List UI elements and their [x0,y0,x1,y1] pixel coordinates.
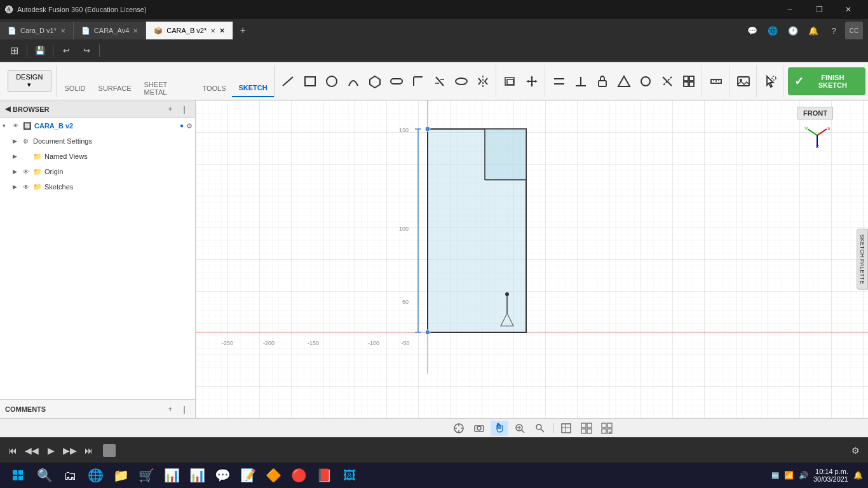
word-button[interactable]: 📝 [236,464,259,487]
expand-icon[interactable]: ▶ [13,138,23,144]
tab-solid[interactable]: SOLID [58,79,92,97]
photos-button[interactable]: 🖼 [338,464,361,487]
tree-item-origin[interactable]: ▶ 👁 📁 Origin [0,164,195,179]
task-view-button[interactable]: 🗂 [58,464,81,487]
tab-close-icon[interactable]: ✕ [60,27,65,34]
tab-surface[interactable]: SURFACE [92,79,138,97]
tree-item-sketches[interactable]: ▶ 👁 📁 Sketches [0,179,195,194]
triangle-constraint[interactable] [614,70,634,93]
pan-mode-button[interactable] [450,421,468,436]
offset-tool[interactable] [500,70,520,93]
visibility-icon[interactable]: 👁 [13,123,23,129]
minimize-button[interactable]: – [775,0,804,19]
visibility-icon[interactable]: 👁 [23,184,33,191]
arc-tool[interactable] [343,70,363,93]
cc-icon[interactable]: CC [845,22,863,39]
community-icon[interactable]: 🌐 [764,22,782,39]
timeline-play-button[interactable]: ▶ [43,443,58,458]
grid-icon[interactable]: ⊞ [5,42,23,60]
notification-icon[interactable]: 💬 [743,22,761,39]
grid-settings-button[interactable]: ▾ [598,421,616,436]
rectangular-constraint[interactable] [679,70,699,93]
circle-tool[interactable] [322,70,342,93]
app1-button[interactable]: 🔴 [287,464,310,487]
design-menu-button[interactable]: DESIGN ▾ [8,70,51,92]
tab-sheet-metal[interactable]: SHEET METAL [138,79,196,97]
trim-tool[interactable] [430,70,450,93]
timeline-next-button[interactable]: ▶▶ [62,443,78,458]
mirror-tool[interactable] [473,70,493,93]
new-tab-button[interactable]: + [233,22,252,39]
tab-cara-bv2[interactable]: 📦 CARA_B v2* ✕ ✕ [146,22,233,39]
expand-icon[interactable]: ▾ [3,123,13,129]
tab-close-outer-icon[interactable]: ✕ [219,27,225,35]
save-icon[interactable]: 💾 [31,42,49,60]
start-button[interactable] [5,464,31,487]
canvas-area[interactable]: 150 100 50 -250 -200 -150 -100 -50 FRONT [196,100,868,418]
zoom-window-button[interactable] [531,421,549,436]
visibility-icon[interactable]: ⚙ [23,138,33,145]
parallel-constraint[interactable] [549,70,569,93]
fusion-button[interactable]: 🔶 [262,464,285,487]
expand-icon[interactable]: ▶ [13,168,23,175]
finish-sketch-button[interactable]: ✓ FINISH SKETCH [788,67,865,95]
notification-taskbar-icon[interactable]: 🔔 [853,471,863,480]
undo-icon[interactable]: ↩ [57,42,75,60]
slot-tool[interactable] [386,70,407,93]
lock-constraint[interactable] [592,70,613,93]
visibility-icon[interactable]: 👁 [23,168,33,175]
tab-cara-d[interactable]: 📄 Cara_D v1* ✕ [0,22,74,39]
zoom-fit-button[interactable] [511,421,529,436]
powerpoint-button[interactable]: 📊 [186,464,208,487]
tree-item-doc-settings[interactable]: ▶ ⚙ Document Settings [0,133,195,149]
tree-item-root[interactable]: ▾ 👁 🔲 CARA_B v2 ● ⚙ [0,118,195,133]
bell-icon[interactable]: 🔔 [804,22,822,39]
polygon-tool[interactable] [365,70,385,93]
rectangle-tool[interactable] [300,70,320,93]
explorer-button[interactable]: 📁 [109,464,132,487]
project-tool[interactable] [451,70,471,93]
hand-tool-button[interactable] [491,421,508,436]
expand-icon[interactable]: ▶ [13,153,23,159]
measure-tool[interactable] [706,70,726,93]
help-icon[interactable]: ? [825,22,843,39]
tab-close-icon[interactable]: ✕ [210,27,215,34]
tab-cara-av4[interactable]: 📄 CARA_Av4 ✕ [74,22,146,39]
close-button[interactable]: ✕ [834,0,863,19]
comments-pin-button[interactable]: | [179,403,190,415]
line-tool[interactable] [278,70,299,93]
timeline-last-button[interactable]: ⏭ [81,443,97,458]
updates-icon[interactable]: 🕐 [784,22,802,39]
display-mode-button[interactable] [557,421,575,436]
select-cursor-icon[interactable] [761,70,781,93]
timeline-first-button[interactable]: ⏮ [5,443,20,458]
browser-pin-button[interactable]: | [179,104,190,115]
teams-button[interactable]: 💬 [211,464,234,487]
clock-display[interactable]: 10:14 p.m. 30/03/2021 [813,468,848,483]
browser-add-button[interactable]: + [165,104,176,115]
search-taskbar-button[interactable]: 🔍 [33,464,56,487]
excel-button[interactable]: 📊 [160,464,183,487]
redo-icon[interactable]: ↪ [78,42,95,60]
grid-display-button[interactable] [578,421,595,436]
camera-button[interactable] [470,421,488,436]
collapse-arrow-icon[interactable]: ◀ [5,105,10,113]
timeline-settings-button[interactable]: ⚙ [848,443,863,458]
tree-item-named-views[interactable]: ▶ 📁 Named Views [0,149,195,164]
mirror-constraint[interactable] [657,70,677,93]
edge-button[interactable]: 🌐 [84,464,107,487]
store-button[interactable]: 🛒 [135,464,158,487]
equal-constraint[interactable] [635,70,656,93]
tab-close-icon[interactable]: ✕ [133,27,138,34]
tab-sketch[interactable]: SKETCH [232,79,273,97]
settings-icon[interactable]: ⚙ [186,122,193,130]
sketch-palette-tab[interactable]: SKETCH PALETTE [857,229,868,290]
comments-add-button[interactable]: + [165,403,176,415]
insert-image-tool[interactable] [733,70,754,93]
timeline-prev-button[interactable]: ◀◀ [24,443,39,458]
restore-button[interactable]: ❐ [804,0,834,19]
fillet-tool[interactable] [408,70,428,93]
expand-icon[interactable]: ▶ [13,184,23,190]
acrobat-button[interactable]: 📕 [313,464,336,487]
tab-tools[interactable]: TOOLS [196,79,232,97]
